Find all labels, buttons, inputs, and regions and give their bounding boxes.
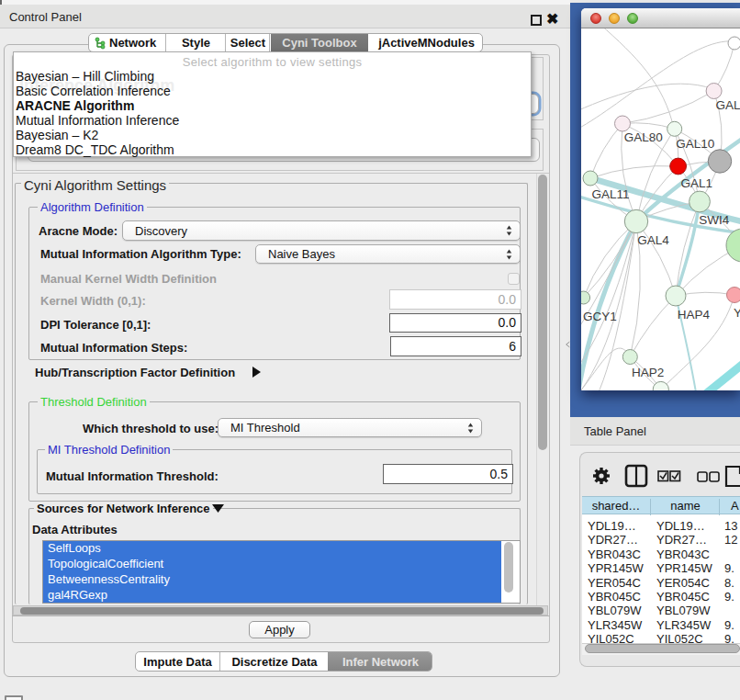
svg-text:HAP2: HAP2 xyxy=(632,366,664,379)
svg-text:Y: Y xyxy=(734,306,740,320)
svg-text:GAL: GAL xyxy=(716,98,740,112)
svg-text:GAL1: GAL1 xyxy=(681,176,713,190)
svg-text:GCY1: GCY1 xyxy=(583,310,617,323)
svg-text:GAL11: GAL11 xyxy=(591,187,629,201)
svg-text:GAL4: GAL4 xyxy=(637,233,669,247)
svg-text:GAL80: GAL80 xyxy=(624,130,663,144)
svg-text:HAP4: HAP4 xyxy=(678,308,711,322)
svg-text:SWI4: SWI4 xyxy=(699,213,729,227)
svg-text:GAL10: GAL10 xyxy=(676,137,714,151)
